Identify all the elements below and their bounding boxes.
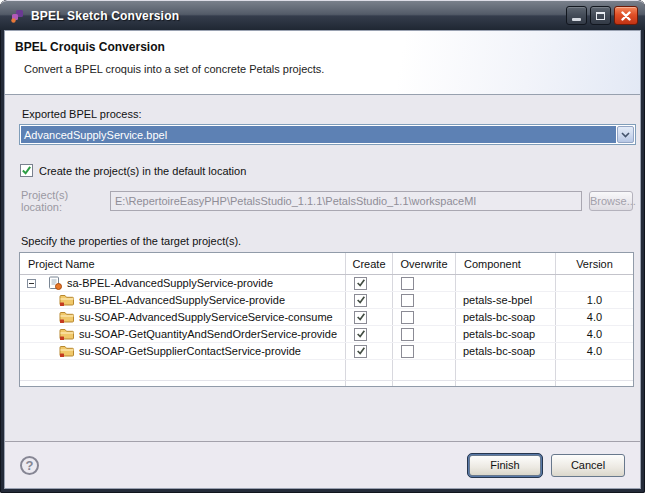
page-description: Convert a BPEL croquis into a set of con… xyxy=(24,63,324,75)
window-controls xyxy=(566,6,638,25)
help-button[interactable]: ? xyxy=(20,456,39,475)
close-icon xyxy=(621,11,631,21)
overwrite-checkbox[interactable] xyxy=(401,311,414,324)
create-checkbox[interactable] xyxy=(354,345,367,358)
folder-icon xyxy=(59,344,75,358)
window-title: BPEL Sketch Conversion xyxy=(31,9,179,23)
exported-process-label: Exported BPEL process: xyxy=(22,108,141,120)
overwrite-checkbox[interactable] xyxy=(401,345,414,358)
wizard-body: Exported BPEL process: AdvancedSupplySer… xyxy=(5,95,640,441)
button-bar: ? Finish Cancel xyxy=(5,441,640,488)
location-field xyxy=(110,191,582,211)
maximize-button[interactable] xyxy=(590,6,611,25)
table-row[interactable]: su-SOAP-GetSupplierContactService-provid… xyxy=(20,343,633,360)
minimize-button[interactable] xyxy=(566,6,587,25)
dialog-content: BPEL Croquis Conversion Convert a BPEL c… xyxy=(4,30,641,489)
chevron-down-icon xyxy=(621,132,630,138)
location-label: Project(s) location: xyxy=(21,189,110,213)
table-row[interactable]: su-SOAP-AdvancedSupplyServiceService-con… xyxy=(20,309,633,326)
create-checkbox[interactable] xyxy=(354,311,367,324)
finish-button[interactable]: Finish xyxy=(469,455,541,476)
table-header: Project Name Create Overwrite Component … xyxy=(20,253,633,275)
column-header-create[interactable]: Create xyxy=(345,253,392,274)
column-header-project-name[interactable]: Project Name xyxy=(20,253,345,274)
create-checkbox[interactable] xyxy=(354,294,367,307)
folder-icon xyxy=(59,293,75,307)
project-name: sa-BPEL-AdvancedSupplyService-provide xyxy=(67,277,273,289)
combobox-selected-value: AdvancedSupplyService.bpel xyxy=(21,126,616,143)
column-header-overwrite[interactable]: Overwrite xyxy=(392,253,455,274)
table-caption: Specify the properties of the target pro… xyxy=(21,235,241,247)
create-checkbox[interactable] xyxy=(354,328,367,341)
column-header-version[interactable]: Version xyxy=(555,253,633,274)
check-icon xyxy=(356,346,366,356)
empty-table-row xyxy=(20,360,633,381)
projects-table: Project Name Create Overwrite Component … xyxy=(19,252,634,387)
component-cell xyxy=(455,275,555,291)
project-name: su-SOAP-GetQuantityAndSendOrderService-p… xyxy=(79,328,337,340)
bpel-sketch-conversion-dialog: BPEL Sketch Conversion BPEL Croquis Conv… xyxy=(0,0,645,493)
check-icon xyxy=(356,278,366,288)
check-icon xyxy=(21,165,32,176)
empty-table-row xyxy=(20,381,633,386)
cancel-button[interactable]: Cancel xyxy=(551,454,625,477)
version-cell: 4.0 xyxy=(555,326,633,342)
app-icon xyxy=(9,8,25,24)
maximize-icon xyxy=(596,12,605,20)
default-location-checkbox[interactable] xyxy=(20,164,33,177)
default-location-label: Create the project(s) in the default loc… xyxy=(39,165,246,177)
project-name: su-SOAP-GetSupplierContactService-provid… xyxy=(79,345,301,357)
browse-button: Browse... xyxy=(589,191,633,211)
column-header-component[interactable]: Component xyxy=(455,253,555,274)
service-assembly-icon xyxy=(47,276,63,290)
close-button[interactable] xyxy=(614,6,638,25)
combobox-dropdown-button[interactable] xyxy=(617,126,634,143)
question-mark-icon: ? xyxy=(26,458,34,473)
table-row[interactable]: sa-BPEL-AdvancedSupplyService-provide xyxy=(20,275,633,292)
minimize-icon xyxy=(572,18,581,21)
exported-process-combobox[interactable]: AdvancedSupplyService.bpel xyxy=(19,124,636,145)
default-location-row: Create the project(s) in the default loc… xyxy=(20,164,246,177)
titlebar[interactable]: BPEL Sketch Conversion xyxy=(0,0,645,30)
project-name: su-BPEL-AdvancedSupplyService-provide xyxy=(79,294,285,306)
project-name: su-SOAP-AdvancedSupplyServiceService-con… xyxy=(79,311,333,323)
folder-icon xyxy=(59,327,75,341)
minus-expander-icon[interactable] xyxy=(27,279,36,288)
wizard-header: BPEL Croquis Conversion Convert a BPEL c… xyxy=(5,31,640,95)
table-row[interactable]: su-SOAP-GetQuantityAndSendOrderService-p… xyxy=(20,326,633,343)
version-cell: 4.0 xyxy=(555,309,633,325)
page-title: BPEL Croquis Conversion xyxy=(15,40,165,54)
component-cell: petals-bc-soap xyxy=(455,309,555,325)
default-button-ring: Finish xyxy=(467,453,543,478)
overwrite-checkbox[interactable] xyxy=(401,328,414,341)
component-cell: petals-bc-soap xyxy=(455,326,555,342)
version-cell: 1.0 xyxy=(555,292,633,308)
overwrite-checkbox[interactable] xyxy=(401,277,414,290)
version-cell xyxy=(555,275,633,291)
table-row[interactable]: su-BPEL-AdvancedSupplyService-provide pe… xyxy=(20,292,633,309)
create-checkbox[interactable] xyxy=(354,277,367,290)
check-icon xyxy=(356,295,366,305)
location-row: Project(s) location: Browse... xyxy=(21,189,633,213)
check-icon xyxy=(356,329,366,339)
check-icon xyxy=(356,312,366,322)
version-cell: 4.0 xyxy=(555,343,633,359)
folder-icon xyxy=(59,310,75,324)
component-cell: petals-bc-soap xyxy=(455,343,555,359)
component-cell: petals-se-bpel xyxy=(455,292,555,308)
overwrite-checkbox[interactable] xyxy=(401,294,414,307)
